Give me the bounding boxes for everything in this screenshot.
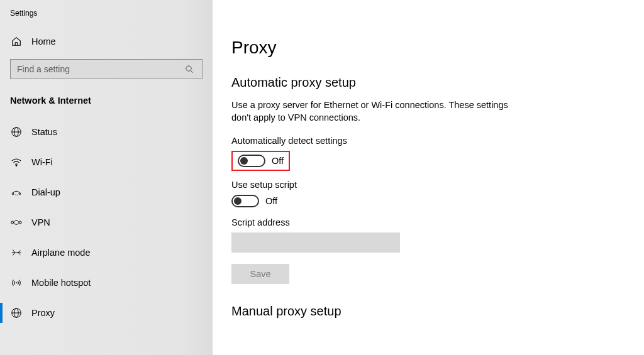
svg-point-11 <box>11 221 14 224</box>
sidebar-item-status[interactable]: Status <box>0 117 213 147</box>
hotspot-icon <box>10 276 23 289</box>
sidebar-item-dialup[interactable]: Dial-up <box>0 177 213 207</box>
svg-point-10 <box>17 195 18 195</box>
svg-line-1 <box>191 70 192 72</box>
section-description: Use a proxy server for Ethernet or Wi-Fi… <box>231 99 508 124</box>
nav-home[interactable]: Home <box>0 26 213 57</box>
section-manual-title: Manual proxy setup <box>231 304 644 319</box>
sidebar-item-airplane[interactable]: Airplane mode <box>0 238 213 268</box>
svg-point-12 <box>19 221 21 224</box>
sidebar-item-label: Proxy <box>31 308 55 318</box>
script-address-label: Script address <box>231 217 644 227</box>
svg-point-9 <box>16 195 16 195</box>
globe-icon <box>10 126 23 138</box>
auto-detect-toggle-row: Off <box>238 155 284 167</box>
category-header: Network & Internet <box>0 90 213 114</box>
sidebar: Settings Home Find a setting Network & I… <box>0 0 213 355</box>
proxy-icon <box>10 307 23 319</box>
sidebar-item-proxy[interactable]: Proxy <box>0 298 213 328</box>
sidebar-item-label: Airplane mode <box>31 248 91 258</box>
sidebar-item-wifi[interactable]: Wi-Fi <box>0 147 213 177</box>
svg-point-5 <box>16 165 17 167</box>
nav-home-label: Home <box>31 36 56 46</box>
highlight-annotation: Off <box>231 151 290 171</box>
nav-list: Status Wi-Fi Dial-up VPN Airplane mode <box>0 117 213 328</box>
auto-detect-label: Automatically detect settings <box>231 136 644 146</box>
script-address-input[interactable] <box>231 232 400 253</box>
sidebar-item-label: Mobile hotspot <box>31 278 91 288</box>
app-title: Settings <box>0 5 213 26</box>
svg-point-13 <box>16 282 17 283</box>
sidebar-item-label: Wi-Fi <box>31 157 53 167</box>
svg-point-0 <box>186 65 191 70</box>
svg-point-8 <box>15 195 16 195</box>
main-content: Proxy Automatic proxy setup Use a proxy … <box>213 0 644 355</box>
sidebar-item-vpn[interactable]: VPN <box>0 207 213 238</box>
sidebar-item-label: Status <box>31 127 57 137</box>
sidebar-item-label: Dial-up <box>31 187 60 197</box>
airplane-icon <box>10 246 23 259</box>
search-icon <box>183 63 196 75</box>
use-script-toggle-row: Off <box>231 195 644 207</box>
use-script-label: Use setup script <box>231 180 644 190</box>
home-icon <box>10 35 23 48</box>
dialup-icon <box>10 186 23 199</box>
search-input[interactable]: Find a setting <box>10 59 203 79</box>
svg-point-7 <box>19 193 21 195</box>
svg-point-6 <box>12 193 14 195</box>
use-script-state: Off <box>265 196 277 206</box>
section-auto-title: Automatic proxy setup <box>231 75 644 90</box>
sidebar-item-hotspot[interactable]: Mobile hotspot <box>0 268 213 298</box>
search-placeholder: Find a setting <box>17 64 70 74</box>
auto-detect-state: Off <box>272 156 284 166</box>
use-script-toggle[interactable] <box>231 195 259 207</box>
page-title: Proxy <box>231 38 644 58</box>
auto-detect-toggle[interactable] <box>238 155 265 167</box>
wifi-icon <box>10 156 23 168</box>
vpn-icon <box>10 216 23 229</box>
save-button[interactable]: Save <box>231 264 289 284</box>
sidebar-item-label: VPN <box>31 217 50 227</box>
